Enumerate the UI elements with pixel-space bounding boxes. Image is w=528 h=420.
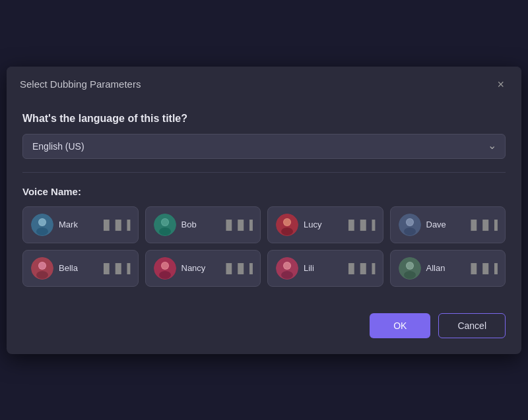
svg-point-15 — [407, 219, 413, 225]
svg-point-19 — [39, 262, 46, 269]
avatar-bella — [31, 257, 53, 280]
cancel-button[interactable]: Cancel — [438, 313, 506, 338]
voice-name-bella: Bella — [59, 263, 95, 273]
voice-card-lili[interactable]: Lili ▐▌▐▌▐ — [267, 250, 383, 287]
language-question: What's the language of this title? — [22, 113, 506, 125]
voice-name-lucy: Lucy — [304, 220, 340, 229]
wave-icon-lili: ▐▌▐▌▐ — [345, 263, 375, 274]
wave-icon-allan: ▐▌▐▌▐ — [467, 263, 497, 274]
svg-point-18 — [36, 271, 48, 279]
wave-icon-bella: ▐▌▐▌▐ — [100, 263, 130, 274]
dialog-body: What's the language of this title? Engli… — [7, 100, 521, 303]
language-select[interactable]: English (US) Spanish French German Japan… — [22, 134, 506, 159]
svg-point-11 — [284, 219, 290, 225]
svg-point-27 — [284, 262, 290, 269]
dialog-footer: OK Cancel — [7, 303, 521, 354]
avatar-bob — [154, 214, 176, 236]
wave-icon-mark: ▐▌▐▌▐ — [100, 220, 130, 230]
dialog-header: Select Dubbing Parameters × — [7, 67, 521, 100]
voice-card-lucy[interactable]: Lucy ▐▌▐▌▐ — [267, 206, 383, 243]
wave-icon-lucy: ▐▌▐▌▐ — [345, 220, 375, 230]
svg-point-23 — [162, 262, 168, 269]
avatar-mark — [31, 214, 53, 236]
voice-name-lili: Lili — [304, 263, 340, 273]
wave-icon-dave: ▐▌▐▌▐ — [467, 220, 497, 230]
close-button[interactable]: × — [493, 77, 508, 92]
avatar-lili — [276, 257, 298, 280]
avatar-nancy — [154, 257, 176, 280]
svg-point-3 — [39, 219, 46, 225]
wave-icon-bob: ▐▌▐▌▐ — [222, 220, 252, 230]
voice-label: Voice Name: — [22, 186, 506, 197]
svg-point-7 — [162, 219, 168, 225]
svg-point-26 — [281, 271, 293, 279]
ok-button[interactable]: OK — [370, 313, 430, 338]
voice-card-nancy[interactable]: Nancy ▐▌▐▌▐ — [145, 250, 261, 287]
svg-point-22 — [159, 271, 171, 279]
voice-name-mark: Mark — [59, 220, 95, 229]
voice-grid: Mark ▐▌▐▌▐ Bob ▐▌▐▌▐ — [22, 206, 506, 287]
voice-card-bob[interactable]: Bob ▐▌▐▌▐ — [145, 206, 261, 243]
divider — [22, 172, 506, 173]
voice-card-mark[interactable]: Mark ▐▌▐▌▐ — [22, 206, 139, 243]
avatar-dave — [399, 214, 421, 236]
svg-point-2 — [36, 227, 48, 235]
svg-point-30 — [404, 271, 416, 279]
svg-point-10 — [281, 227, 293, 235]
avatar-lucy — [276, 214, 298, 236]
language-select-wrapper: English (US) Spanish French German Japan… — [22, 134, 506, 159]
svg-point-14 — [404, 227, 416, 235]
voice-card-dave[interactable]: Dave ▐▌▐▌▐ — [390, 206, 506, 243]
wave-icon-nancy: ▐▌▐▌▐ — [222, 263, 252, 274]
svg-point-31 — [407, 262, 413, 269]
dialog: Select Dubbing Parameters × What's the l… — [7, 67, 521, 354]
voice-name-bob: Bob — [182, 220, 218, 229]
voice-name-dave: Dave — [426, 220, 463, 229]
voice-name-nancy: Nancy — [182, 263, 218, 273]
voice-card-bella[interactable]: Bella ▐▌▐▌▐ — [22, 250, 139, 287]
voice-card-allan[interactable]: Allan ▐▌▐▌▐ — [390, 250, 506, 287]
avatar-allan — [399, 257, 421, 280]
svg-point-6 — [159, 227, 171, 235]
voice-name-allan: Allan — [426, 263, 463, 273]
dialog-title: Select Dubbing Parameters — [20, 78, 141, 90]
